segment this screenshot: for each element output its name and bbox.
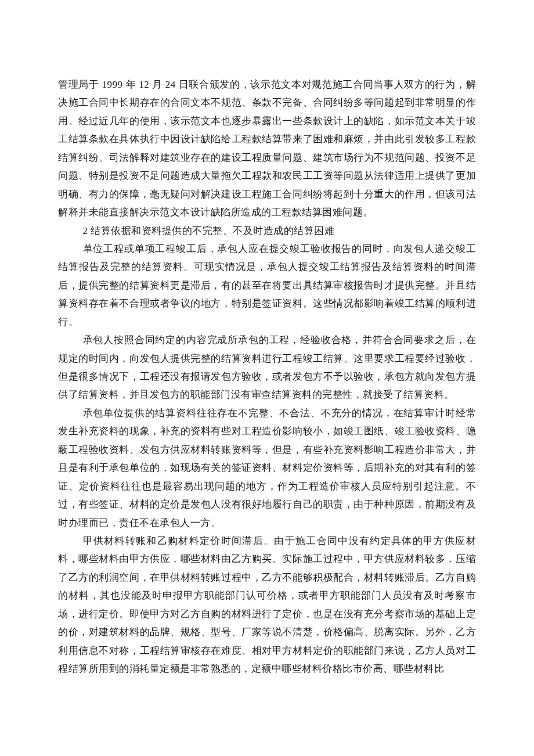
- paragraph: 甲供材料转账和乙购材料定价时间滞后。由于施工合同中没有约定具体的甲方供应材料，哪…: [58, 532, 476, 678]
- section-heading: 2 结算依据和资料提供的不完整、不及时造成的结算困难: [58, 222, 476, 240]
- paragraph: 管理局于 1999 年 12 月 24 日联合颁发的，该示范文本对规范施工合同当…: [58, 75, 476, 222]
- paragraph: 承包单位提供的结算资料往往存在不完整、不合法、不充分的情况，在结算审计时经常发生…: [58, 404, 476, 532]
- document-page: 管理局于 1999 年 12 月 24 日联合颁发的，该示范文本对规范施工合同当…: [0, 0, 534, 712]
- paragraph: 单位工程或单项工程竣工后，承包人应在提交竣工验收报告的同时，向发包人递交竣工结算…: [58, 240, 476, 331]
- paragraph: 承包人按照合同约定的内容完成所承包的工程，经验收合格，并符合合同要求之后，在规定…: [58, 331, 476, 404]
